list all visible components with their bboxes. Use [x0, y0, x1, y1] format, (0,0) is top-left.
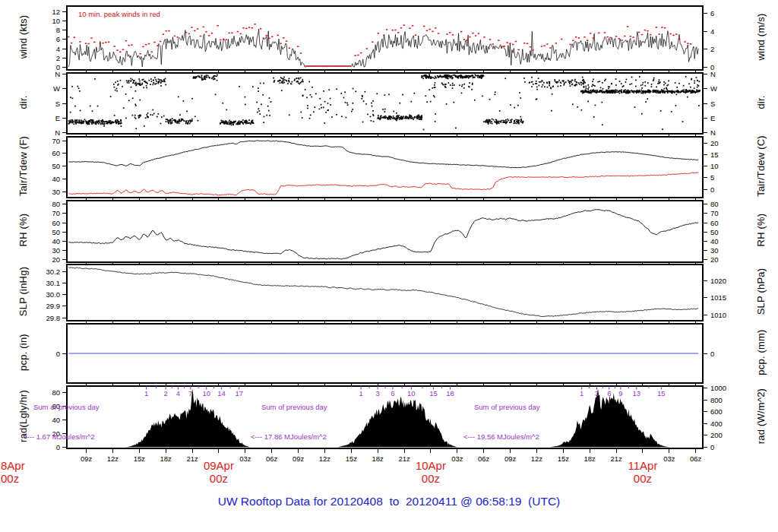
- dir-point: [609, 90, 611, 92]
- dir-point: [505, 119, 507, 121]
- wind-peak-dot: [449, 32, 451, 33]
- dir-point: [556, 82, 558, 84]
- dir-point: [160, 82, 162, 84]
- dir-point: [425, 95, 426, 97]
- dir-point: [607, 90, 609, 91]
- dir-point: [584, 82, 586, 84]
- dir-point: [371, 120, 372, 122]
- dir-point: [666, 90, 667, 92]
- dir-point: [400, 119, 401, 120]
- dir-point: [183, 120, 185, 122]
- dir-point: [448, 76, 450, 78]
- dir-point: [550, 87, 552, 89]
- dir-point: [561, 82, 562, 84]
- dir-point: [615, 90, 617, 92]
- dir-point: [191, 119, 193, 120]
- dir-point: [516, 123, 517, 125]
- dir-point: [211, 78, 213, 79]
- annotation-line: Sum of previous day: [261, 402, 327, 412]
- dir-point: [590, 92, 592, 93]
- dir-point: [473, 77, 474, 78]
- dir-point: [575, 81, 577, 83]
- dir-point: [472, 83, 473, 84]
- dir-point: [602, 82, 603, 84]
- rad-mark-label: 1: [359, 389, 362, 397]
- dir-point: [113, 84, 115, 85]
- dir-point: [571, 81, 572, 83]
- dir-point: [587, 84, 589, 86]
- dir-point: [696, 77, 697, 78]
- dir-point: [156, 81, 157, 82]
- dir-point: [422, 78, 424, 79]
- dir-point: [631, 83, 633, 84]
- dir-point: [461, 76, 463, 78]
- dir-point: [355, 90, 356, 92]
- annotation-line: <--- 1.67 MJoules/m^2: [23, 432, 100, 442]
- dir-point: [599, 90, 600, 92]
- dir-point: [493, 119, 495, 121]
- dir-point: [675, 105, 677, 106]
- dir-point: [420, 119, 422, 120]
- dir-point: [648, 90, 650, 92]
- dir-point: [224, 123, 226, 125]
- dir-point: [324, 101, 326, 103]
- y-tick-label: 60: [710, 219, 719, 227]
- dir-point: [582, 83, 584, 84]
- dir-point: [250, 123, 251, 125]
- dir-point: [544, 86, 546, 87]
- dir-point: [421, 75, 422, 77]
- dir-point: [128, 100, 130, 101]
- dir-point: [79, 122, 81, 123]
- dir-point: [669, 90, 670, 92]
- wind-peak-dot: [386, 29, 387, 30]
- dir-point: [287, 83, 289, 84]
- y-tick-label: 29.8: [46, 314, 61, 322]
- dir-point: [134, 117, 136, 119]
- dir-point: [621, 89, 622, 90]
- wind-peak-dot: [409, 27, 410, 29]
- wind-peak-dot: [277, 35, 279, 36]
- rh-series: [68, 210, 698, 259]
- dir-point: [135, 82, 137, 84]
- wind-peak-dot: [157, 45, 158, 46]
- dir-point: [115, 122, 117, 124]
- dir-point: [633, 92, 634, 93]
- wind-peak-dot: [71, 43, 72, 44]
- dir-point: [663, 84, 665, 86]
- dir-point: [451, 78, 453, 80]
- dir-point: [328, 89, 330, 90]
- dir-point: [161, 116, 163, 118]
- dir-point: [298, 82, 299, 84]
- dir-point: [384, 94, 385, 96]
- wind-peak-dot: [670, 33, 672, 35]
- dir-point: [361, 98, 362, 100]
- dir-point: [394, 118, 395, 119]
- dir-point: [392, 118, 394, 119]
- wind-peak-dot: [88, 43, 90, 45]
- wind-peak-dot: [423, 26, 425, 27]
- dir-point: [622, 86, 624, 87]
- dir-point: [288, 80, 289, 81]
- dir-point: [678, 90, 679, 92]
- dir-point: [104, 124, 106, 125]
- dir-point: [263, 122, 264, 123]
- wind-peak-dot: [211, 33, 213, 34]
- rad-mark-label: 10: [202, 389, 210, 397]
- dir-point: [641, 113, 643, 115]
- dir-point: [300, 112, 302, 113]
- dir-point: [178, 97, 179, 98]
- dir-point: [146, 87, 147, 89]
- dir-point: [117, 120, 119, 122]
- y-tick-label: 20: [710, 255, 719, 264]
- dir-point: [603, 92, 605, 93]
- dir-point: [267, 106, 269, 107]
- uw-meteogram: 0246810120246NESWNNESWN30405060700510152…: [0, 0, 778, 532]
- dir-point: [621, 92, 622, 93]
- dir-point: [201, 79, 203, 81]
- y-tick-label: 60: [52, 149, 60, 157]
- y-tick-label: 400: [710, 420, 723, 428]
- dir-point: [429, 89, 430, 90]
- dir-point: [310, 115, 312, 116]
- dir-point: [593, 116, 595, 118]
- dir-point: [379, 119, 381, 120]
